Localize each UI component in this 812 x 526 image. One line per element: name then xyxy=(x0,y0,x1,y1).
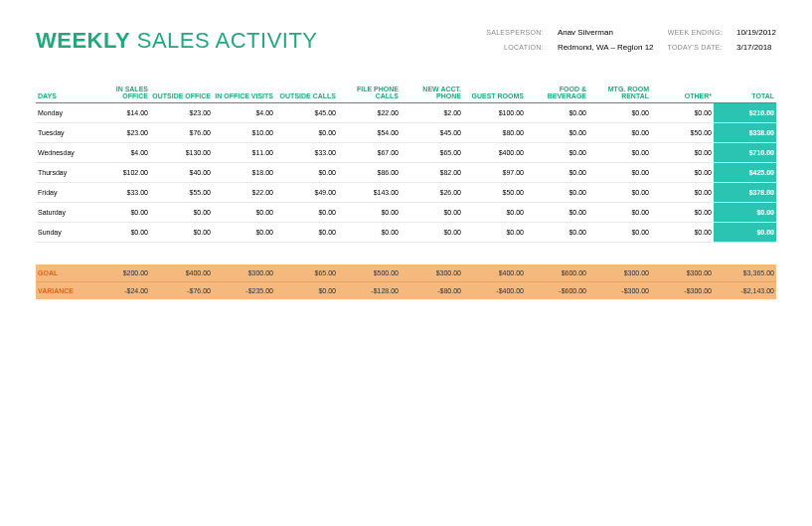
data-cell: $0.00 xyxy=(401,203,463,223)
goal-cell: $300.00 xyxy=(588,264,651,282)
goal-label: GOAL xyxy=(36,264,87,282)
variance-cell: -$128.00 xyxy=(338,281,401,299)
data-cell: $0.00 xyxy=(213,203,275,223)
goal-cell: $65.00 xyxy=(275,264,338,282)
data-cell: $210.00 xyxy=(714,103,776,123)
variance-cell: -$600.00 xyxy=(526,281,588,299)
variance-cell: -$24.00 xyxy=(87,281,150,299)
data-cell: $0.00 xyxy=(526,183,588,203)
table-row: Friday$33.00$55.00$22.00$49.00$143.00$26… xyxy=(36,183,776,203)
goal-cell: $400.00 xyxy=(150,264,213,282)
variance-cell: -$80.00 xyxy=(401,281,463,299)
data-cell: $0.00 xyxy=(463,203,526,223)
variance-cell: -$235.00 xyxy=(213,281,275,299)
data-cell: $710.00 xyxy=(714,143,776,163)
data-cell: $18.00 xyxy=(213,163,275,183)
day-cell: Friday xyxy=(36,183,87,203)
day-cell: Tuesday xyxy=(36,123,87,143)
data-cell: $40.00 xyxy=(150,163,213,183)
data-cell: $102.00 xyxy=(87,163,150,183)
page-title: WEEKLY SALES ACTIVITY xyxy=(36,28,318,54)
data-cell: $50.00 xyxy=(651,123,714,143)
goal-row: GOAL$200.00$400.00$300.00$65.00$500.00$3… xyxy=(36,264,776,282)
variance-cell: -$2,143.00 xyxy=(714,281,776,299)
goal-cell: $400.00 xyxy=(463,264,526,282)
table-row: Monday$14.00$23.00$4.00$45.00$22.00$2.00… xyxy=(36,103,776,123)
goal-cell: $600.00 xyxy=(526,264,588,282)
data-cell: $0.00 xyxy=(588,183,651,203)
data-cell: $100.00 xyxy=(463,103,526,123)
col-header: GUEST ROOMS xyxy=(463,82,526,103)
day-cell: Thursday xyxy=(36,163,87,183)
data-cell: $45.00 xyxy=(401,123,463,143)
salesperson-value: Anav Silverman xyxy=(558,28,654,37)
day-cell: Monday xyxy=(36,103,87,123)
data-cell: $0.00 xyxy=(651,163,714,183)
goal-cell: $300.00 xyxy=(401,264,463,282)
data-cell: $0.00 xyxy=(526,163,588,183)
data-cell: $425.00 xyxy=(714,163,776,183)
data-cell: $143.00 xyxy=(338,183,401,203)
data-cell: $0.00 xyxy=(275,163,338,183)
data-cell: $4.00 xyxy=(213,103,275,123)
data-cell: $80.00 xyxy=(463,123,526,143)
table-row: Tuesday$23.00$76.00$10.00$0.00$54.00$45.… xyxy=(36,123,776,143)
col-header: NEW ACCT. PHONE xyxy=(401,82,463,103)
table-row: Sunday$0.00$0.00$0.00$0.00$0.00$0.00$0.0… xyxy=(36,223,776,243)
data-cell: $0.00 xyxy=(651,183,714,203)
data-cell: $50.00 xyxy=(463,183,526,203)
sales-table: DAYSIN SALES OFFICEOUTSIDE OFFICEIN OFFI… xyxy=(36,82,776,299)
data-cell: $0.00 xyxy=(526,223,588,243)
goal-cell: $500.00 xyxy=(338,264,401,282)
data-cell: $0.00 xyxy=(651,223,714,243)
data-cell: $82.00 xyxy=(401,163,463,183)
data-cell: $0.00 xyxy=(588,203,651,223)
data-cell: $22.00 xyxy=(338,103,401,123)
variance-row: VARIANCE-$24.00-$76.00-$235.00$0.00-$128… xyxy=(36,281,776,299)
data-cell: $0.00 xyxy=(338,223,401,243)
data-cell: $33.00 xyxy=(275,143,338,163)
data-cell: $97.00 xyxy=(463,163,526,183)
data-cell: $22.00 xyxy=(213,183,275,203)
col-header: FOOD & BEVERAGE xyxy=(526,82,588,103)
col-header: TOTAL xyxy=(714,82,776,103)
data-cell: $0.00 xyxy=(275,203,338,223)
data-cell: $0.00 xyxy=(526,103,588,123)
data-cell: $0.00 xyxy=(588,223,651,243)
data-cell: $0.00 xyxy=(714,203,776,223)
variance-cell: -$400.00 xyxy=(463,281,526,299)
day-cell: Sunday xyxy=(36,223,87,243)
data-cell: $0.00 xyxy=(338,203,401,223)
col-header: MTG. ROOM RENTAL xyxy=(588,82,651,103)
location-value: Redmond, WA – Region 12 xyxy=(558,43,654,52)
data-cell: $55.00 xyxy=(150,183,213,203)
variance-cell: -$300.00 xyxy=(651,281,714,299)
data-cell: $0.00 xyxy=(588,143,651,163)
data-cell: $0.00 xyxy=(150,223,213,243)
today-label: TODAY'S DATE: xyxy=(668,44,723,51)
data-cell: $54.00 xyxy=(338,123,401,143)
col-header: IN OFFICE VISITS xyxy=(213,82,275,103)
data-cell: $86.00 xyxy=(338,163,401,183)
data-cell: $0.00 xyxy=(526,143,588,163)
goal-cell: $200.00 xyxy=(87,264,150,282)
location-label: LOCATION: xyxy=(486,44,544,51)
data-cell: $0.00 xyxy=(87,223,150,243)
day-cell: Wednesday xyxy=(36,143,87,163)
data-cell: $26.00 xyxy=(401,183,463,203)
data-cell: $23.00 xyxy=(150,103,213,123)
data-cell: $0.00 xyxy=(401,223,463,243)
data-cell: $0.00 xyxy=(275,223,338,243)
data-cell: $10.00 xyxy=(213,123,275,143)
data-cell: $0.00 xyxy=(651,103,714,123)
goal-cell: $3,365.00 xyxy=(714,264,776,282)
col-header: FILE PHONE CALLS xyxy=(338,82,401,103)
data-cell: $0.00 xyxy=(526,203,588,223)
data-cell: $0.00 xyxy=(588,163,651,183)
data-cell: $0.00 xyxy=(463,223,526,243)
data-cell: $0.00 xyxy=(588,123,651,143)
col-header: IN SALES OFFICE xyxy=(87,82,150,103)
day-cell: Saturday xyxy=(36,203,87,223)
data-cell: $0.00 xyxy=(588,103,651,123)
goal-cell: $300.00 xyxy=(651,264,714,282)
